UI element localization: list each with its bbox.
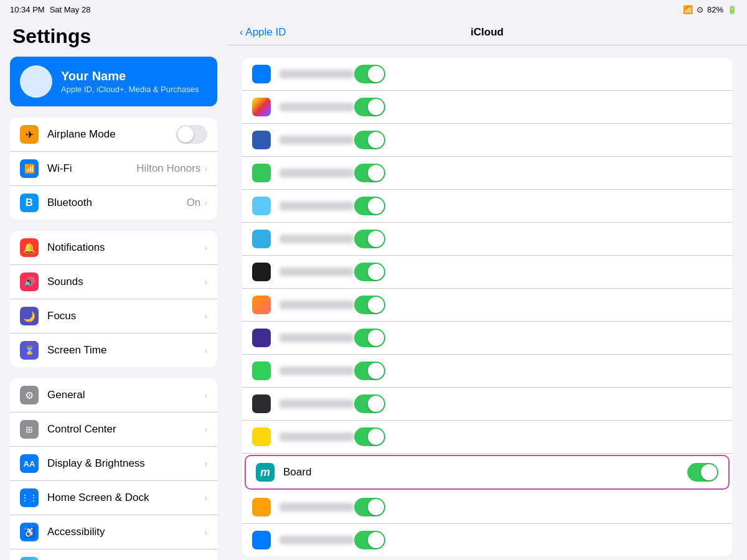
sidebar-item-bluetooth[interactable]: B Bluetooth On › — [10, 186, 217, 220]
app-icon-2 — [252, 98, 271, 116]
settings-group-display: ⚙ General › ⊞ Control Center › AA Displa… — [10, 378, 217, 560]
app-toggle-4[interactable] — [354, 164, 385, 182]
app-toggle-after2[interactable] — [354, 531, 385, 549]
app-name-blurred-6 — [280, 235, 354, 243]
app-name-blurred-8 — [280, 301, 354, 309]
sidebar-item-accessibility[interactable]: ♿ Accessibility › — [10, 515, 217, 549]
icloud-app-row[interactable] — [242, 388, 732, 421]
app-toggle-3[interactable] — [354, 131, 385, 149]
profile-subtitle: Apple ID, iCloud+, Media & Purchases — [61, 85, 207, 94]
icloud-app-row[interactable] — [242, 157, 732, 190]
app-icon-11 — [252, 394, 271, 413]
status-time: 10:34 PM — [10, 5, 45, 14]
bluetooth-value: On — [187, 197, 201, 209]
status-bar: 10:34 PM Sat May 28 📶 ⊙ 82% 🔋 — [0, 0, 747, 19]
focus-icon: 🌙 — [20, 307, 39, 325]
sidebar-item-home-screen[interactable]: ⋮⋮ Home Screen & Dock › — [10, 481, 217, 515]
app-toggle-1[interactable] — [354, 65, 385, 83]
airplane-label: Airplane Mode — [47, 128, 176, 141]
sidebar-item-general[interactable]: ⚙ General › — [10, 378, 217, 413]
icloud-app-row[interactable] — [242, 124, 732, 157]
icloud-app-row[interactable] — [242, 91, 732, 124]
wallpaper-icon: ❋ — [20, 557, 39, 560]
screen-time-icon: ⌛ — [20, 341, 39, 360]
sounds-label: Sounds — [47, 276, 204, 288]
location-icon: ⊙ — [697, 5, 703, 14]
sidebar-item-display-brightness[interactable]: AA Display & Brightness › — [10, 447, 217, 481]
accessibility-icon: ♿ — [20, 523, 39, 541]
display-icon: AA — [20, 454, 39, 473]
app-toggle-5[interactable] — [354, 197, 385, 215]
airplane-toggle[interactable] — [176, 125, 207, 144]
home-screen-icon: ⋮⋮ — [20, 488, 39, 507]
app-toggle-12[interactable] — [354, 427, 385, 446]
app-toggle-after1[interactable] — [354, 498, 385, 516]
icloud-app-row[interactable] — [242, 524, 732, 556]
focus-label: Focus — [47, 310, 204, 322]
wifi-label: Wi-Fi — [47, 162, 136, 175]
settings-group-connectivity: ✈ Airplane Mode 📶 Wi-Fi Hilton Honors › … — [10, 118, 217, 220]
sidebar-item-sounds[interactable]: 🔊 Sounds › — [10, 265, 217, 299]
icloud-app-row[interactable] — [242, 58, 732, 91]
app-toggle-9[interactable] — [354, 329, 385, 347]
app-name-blurred-4 — [280, 169, 354, 177]
app-icon-7 — [252, 263, 271, 281]
app-icon-after1 — [252, 498, 271, 516]
accessibility-label: Accessibility — [47, 526, 204, 538]
app-icon-3 — [252, 131, 271, 149]
app-icon-4 — [252, 164, 271, 182]
profile-name: Your Name — [61, 69, 207, 83]
app-toggle-7[interactable] — [354, 263, 385, 281]
app-name-blurred-12 — [280, 432, 354, 441]
app-toggle-2[interactable] — [354, 98, 385, 116]
icloud-app-row[interactable] — [242, 421, 732, 454]
avatar — [20, 65, 52, 98]
app-name-blurred-10 — [280, 366, 354, 375]
app-name-blurred-3 — [280, 136, 354, 144]
back-chevron-icon: ‹ — [240, 27, 243, 38]
profile-card[interactable]: Your Name Apple ID, iCloud+, Media & Pur… — [10, 57, 217, 106]
app-icon-1 — [252, 65, 271, 83]
app-icon-6 — [252, 230, 271, 248]
icloud-app-row[interactable] — [242, 190, 732, 223]
app-icon-10 — [252, 362, 271, 380]
app-toggle-10[interactable] — [354, 362, 385, 380]
app-name-blurred-1 — [280, 70, 354, 78]
content-header: ‹ Apple ID iCloud — [227, 19, 747, 45]
icloud-app-row[interactable] — [242, 491, 732, 524]
icloud-board-row[interactable]: m Board — [245, 455, 730, 490]
wifi-icon: 📶 — [683, 5, 693, 14]
sidebar-item-airplane-mode[interactable]: ✈ Airplane Mode — [10, 118, 217, 152]
sidebar-item-focus[interactable]: 🌙 Focus › — [10, 299, 217, 334]
wifi-settings-icon: 📶 — [20, 159, 39, 178]
app-icon-after2 — [252, 531, 271, 549]
sidebar-item-notifications[interactable]: 🔔 Notifications › — [10, 231, 217, 265]
back-button[interactable]: ‹ Apple ID — [240, 26, 286, 39]
airplane-icon: ✈ — [20, 125, 39, 144]
sounds-icon: 🔊 — [20, 273, 39, 291]
sidebar-item-control-center[interactable]: ⊞ Control Center › — [10, 413, 217, 447]
app-toggle-11[interactable] — [354, 394, 385, 413]
app-toggle-8[interactable] — [354, 296, 385, 314]
app-name-blurred-after2 — [280, 536, 354, 544]
notifications-icon: 🔔 — [20, 238, 39, 257]
icloud-app-row[interactable] — [242, 322, 732, 355]
app-name-blurred-2 — [280, 103, 354, 111]
sidebar-item-wallpaper[interactable]: ❋ Wallpaper › — [10, 549, 217, 560]
display-label: Display & Brightness — [47, 457, 204, 470]
bluetooth-icon: B — [20, 194, 39, 212]
app-icon-8 — [252, 296, 271, 314]
app-name-blurred-after1 — [280, 503, 354, 511]
sidebar-item-screen-time[interactable]: ⌛ Screen Time › — [10, 334, 217, 367]
home-screen-label: Home Screen & Dock — [47, 492, 204, 504]
icloud-app-row[interactable] — [242, 289, 732, 322]
app-toggle-6[interactable] — [354, 230, 385, 248]
icloud-app-row[interactable] — [242, 256, 732, 289]
screen-time-label: Screen Time — [47, 344, 204, 357]
icloud-app-row[interactable] — [242, 223, 732, 256]
back-label: Apple ID — [245, 26, 286, 39]
board-toggle[interactable] — [687, 463, 718, 482]
sidebar-item-wifi[interactable]: 📶 Wi-Fi Hilton Honors › — [10, 152, 217, 186]
icloud-app-row[interactable] — [242, 355, 732, 388]
sidebar-title: Settings — [10, 25, 217, 48]
